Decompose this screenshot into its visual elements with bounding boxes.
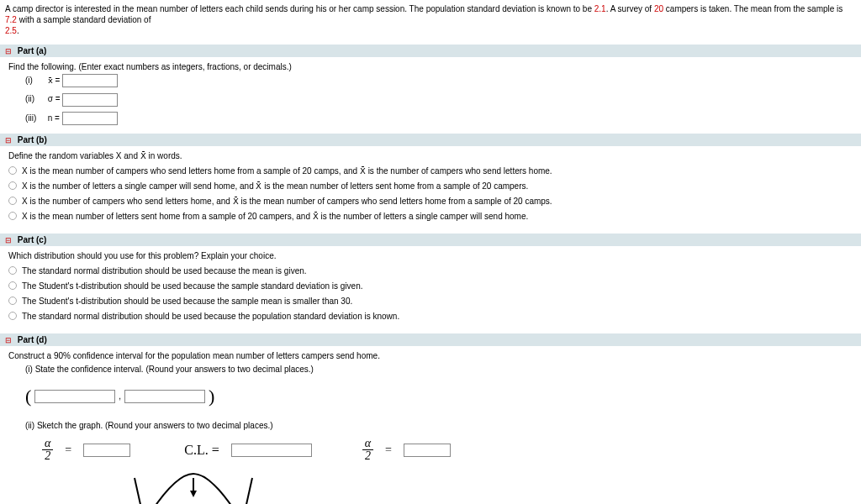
sample-sd: 2.5: [5, 26, 17, 35]
radio-icon: [8, 181, 17, 190]
part-d-title: Part (d): [18, 335, 47, 344]
sample-mean: 7.2: [5, 15, 17, 24]
input-row-n: (iii) n =: [25, 112, 853, 125]
ci-interval: ( , ): [25, 381, 853, 411]
n-input[interactable]: [62, 112, 118, 125]
paren-open: (: [25, 381, 31, 411]
option-c-1[interactable]: The standard normal distribution should …: [8, 265, 853, 278]
collapse-icon: ⊟: [5, 136, 12, 144]
sub-ii-label: (ii) Sketch the graph. (Round your answe…: [25, 419, 853, 433]
radio-icon: [8, 281, 17, 290]
part-c-body: Which distribution should you use for th…: [0, 246, 861, 328]
sub-i-label: (i) State the confidence interval. (Roun…: [25, 363, 853, 376]
part-b-title: Part (b): [18, 135, 47, 144]
part-d-instruction: Construct a 90% confidence interval for …: [8, 349, 853, 363]
option-b-3[interactable]: X is the number of campers who send lett…: [8, 195, 853, 208]
input-row-sigma: (ii) σ =: [25, 92, 853, 106]
radio-icon: [8, 297, 17, 305]
collapse-icon: ⊟: [5, 336, 12, 344]
intro-text: A camp director is interested in the mea…: [5, 4, 594, 13]
alpha-half-right: α 2: [362, 438, 373, 462]
part-c-title: Part (c): [18, 235, 46, 244]
ci-lower-input[interactable]: [34, 390, 115, 403]
sigma-input[interactable]: [62, 93, 118, 107]
option-c-2[interactable]: The Student's t-distribution should be u…: [8, 280, 853, 293]
option-b-2[interactable]: X is the number of letters a single camp…: [8, 180, 853, 193]
input-row-xbar: (i) x̄ =: [25, 74, 853, 87]
option-c-4[interactable]: The standard normal distribution should …: [8, 310, 853, 323]
option-b-4[interactable]: X is the mean number of letters sent hom…: [8, 210, 853, 223]
part-a-body: Find the following. (Enter exact numbers…: [0, 57, 861, 129]
radio-icon: [8, 197, 17, 205]
alpha-half-left: α 2: [42, 438, 53, 462]
radio-icon: [8, 166, 17, 175]
part-c-header[interactable]: ⊟ Part (c): [0, 234, 861, 246]
collapse-icon: ⊟: [5, 236, 12, 244]
part-a-header[interactable]: ⊟ Part (a): [0, 45, 861, 57]
radio-icon: [8, 212, 17, 220]
part-a-instruction: Find the following. (Enter exact numbers…: [8, 60, 853, 74]
part-d-header[interactable]: ⊟ Part (d): [0, 333, 861, 346]
ci-upper-input[interactable]: [124, 390, 205, 403]
part-b-instruction: Define the random variables X and X̄ in …: [8, 150, 853, 163]
normal-curve-graph: [59, 465, 853, 504]
problem-statement: A camp director is interested in the mea…: [0, 0, 861, 39]
radio-icon: [8, 266, 17, 275]
option-c-3[interactable]: The Student's t-distribution should be u…: [8, 295, 853, 308]
alpha-right-input[interactable]: [404, 444, 451, 457]
svg-line-3: [244, 478, 252, 504]
alpha-left-input[interactable]: [83, 444, 130, 457]
cl-input[interactable]: [231, 444, 312, 457]
svg-marker-5: [190, 491, 197, 497]
part-d-body: Construct a 90% confidence interval for …: [0, 346, 861, 504]
collapse-icon: ⊟: [5, 47, 12, 55]
radio-icon: [8, 312, 17, 320]
svg-line-2: [135, 478, 143, 504]
cl-label: C.L. =: [184, 439, 219, 461]
graph-label-row: α 2 = C.L. = α 2 =: [42, 438, 853, 462]
part-b-header[interactable]: ⊟ Part (b): [0, 134, 861, 146]
pop-sigma: 2.1: [594, 4, 606, 13]
xbar-input[interactable]: [62, 74, 118, 87]
part-b-body: Define the random variables X and X̄ in …: [0, 146, 861, 228]
option-b-1[interactable]: X is the mean number of campers who send…: [8, 165, 853, 178]
part-a-title: Part (a): [18, 46, 46, 55]
sample-n: 20: [654, 4, 663, 13]
part-c-instruction: Which distribution should you use for th…: [8, 249, 853, 263]
paren-close: ): [209, 381, 214, 411]
